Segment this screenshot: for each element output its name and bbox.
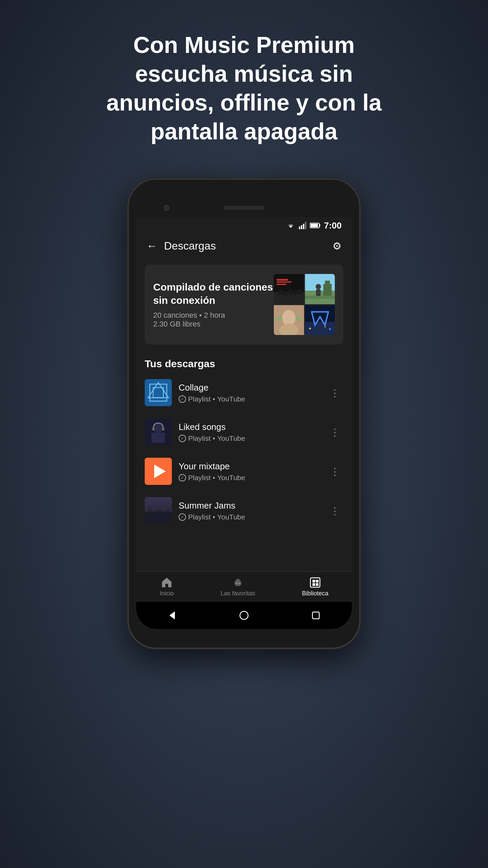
mixtape-more-button[interactable]: ⋮ [326, 462, 343, 481]
playlist-item-liked-songs[interactable]: Liked songs ✓ Playlist • YouTube ⋮ [136, 412, 352, 452]
svg-rect-16 [277, 284, 287, 285]
library-icon [309, 576, 321, 589]
compilado-title: Compilado de canciones sin conexión [153, 280, 274, 307]
svg-rect-14 [277, 279, 288, 281]
collage-thumbnail [145, 379, 172, 406]
svg-marker-63 [169, 611, 175, 619]
svg-rect-59 [312, 580, 315, 583]
back-button[interactable]: ← [146, 240, 157, 252]
mixtape-check-icon: ✓ [179, 474, 186, 481]
liked-songs-thumbnail [145, 418, 172, 446]
album-art-2 [305, 274, 335, 304]
collage-name: Collage [179, 382, 326, 393]
home-icon [161, 576, 173, 589]
svg-rect-3 [305, 222, 306, 229]
settings-button[interactable]: ⚙ [332, 240, 342, 252]
svg-point-22 [316, 284, 321, 290]
mixtape-meta: ✓ Playlist • YouTube [179, 474, 326, 482]
svg-point-25 [282, 310, 296, 326]
svg-point-13 [297, 289, 303, 294]
liked-songs-more-button[interactable]: ⋮ [326, 423, 343, 441]
favorites-icon [232, 576, 244, 589]
playlist-item-your-mixtape[interactable]: Your mixtape ✓ Playlist • YouTube ⋮ [136, 452, 352, 491]
top-nav: ← Descargas ⚙ [136, 234, 352, 258]
svg-point-9 [278, 290, 283, 295]
page-title: Descargas [164, 240, 332, 252]
nav-item-home[interactable]: Inicio [160, 576, 174, 597]
nav-home-label: Inicio [160, 590, 174, 597]
album-art-4 [305, 305, 335, 335]
camera [163, 205, 169, 211]
phone-button-left-2 [126, 288, 129, 315]
compilado-duration: 2 hora [204, 311, 225, 319]
svg-rect-6 [310, 224, 318, 227]
svg-point-57 [239, 583, 240, 584]
mixtape-info: Your mixtape ✓ Playlist • YouTube [179, 461, 326, 482]
svg-rect-60 [316, 580, 319, 583]
svg-rect-62 [316, 583, 319, 586]
wifi-icon [286, 222, 296, 229]
phone-top-bar [136, 198, 352, 217]
svg-rect-20 [323, 284, 332, 296]
svg-rect-42 [152, 427, 155, 431]
mixtape-thumbnail [145, 458, 172, 485]
nav-library-label: Biblioteca [302, 590, 328, 597]
svg-rect-2 [303, 224, 304, 229]
android-back-button[interactable] [165, 609, 179, 622]
playlist-item-summer-jams[interactable]: Summer Jams ✓ Playlist • YouTube ⋮ [136, 491, 352, 530]
app-content: ← Descargas ⚙ Compilado de canciones sin… [136, 234, 352, 629]
album-art-3 [274, 305, 304, 335]
summer-jams-type: Playlist [188, 513, 211, 521]
summer-jams-source: YouTube [217, 513, 245, 521]
android-recents-button[interactable] [309, 609, 323, 622]
status-bar: 7:00 [136, 217, 352, 234]
svg-point-12 [293, 291, 298, 295]
svg-point-33 [324, 326, 326, 327]
android-home-button[interactable] [237, 609, 251, 622]
svg-rect-43 [162, 427, 164, 431]
compilado-separator-1: • [199, 311, 204, 319]
mixtape-source: YouTube [217, 474, 245, 482]
collage-separator: • [213, 395, 215, 403]
svg-point-64 [240, 611, 248, 619]
summer-jams-thumbnail [145, 497, 172, 524]
svg-rect-55 [145, 497, 172, 512]
collage-type: Playlist [188, 395, 211, 403]
compilado-info: Compilado de canciones sin conexión 20 c… [153, 280, 274, 329]
svg-point-10 [283, 291, 288, 296]
collage-info: Collage ✓ Playlist • YouTube [179, 382, 326, 403]
liked-songs-source: YouTube [217, 434, 245, 442]
liked-songs-type: Playlist [188, 434, 211, 442]
status-time: 7:00 [324, 220, 342, 231]
collage-more-button[interactable]: ⋮ [326, 383, 343, 402]
compilado-songs: 20 canciones [153, 311, 197, 319]
headline: Con Music Premium escucha música sin anu… [58, 0, 430, 170]
playlist-item-collage[interactable]: Collage ✓ Playlist • YouTube ⋮ [136, 373, 352, 412]
svg-rect-41 [151, 433, 165, 443]
nav-item-library[interactable]: Biblioteca [302, 576, 328, 597]
svg-point-56 [236, 583, 237, 584]
liked-songs-meta: ✓ Playlist • YouTube [179, 434, 326, 442]
svg-rect-0 [299, 226, 300, 229]
compilado-album-grid [274, 274, 335, 335]
liked-songs-info: Liked songs ✓ Playlist • YouTube [179, 422, 326, 442]
svg-point-11 [287, 289, 293, 295]
svg-rect-61 [312, 583, 315, 586]
svg-rect-65 [312, 612, 319, 619]
summer-jams-more-button[interactable]: ⋮ [326, 501, 343, 520]
collage-meta: ✓ Playlist • YouTube [179, 395, 326, 403]
summer-jams-info: Summer Jams ✓ Playlist • YouTube [179, 500, 326, 521]
summer-jams-name: Summer Jams [179, 500, 326, 511]
mixtape-name: Your mixtape [179, 461, 326, 472]
android-nav-bar [136, 602, 352, 629]
compilado-card[interactable]: Compilado de canciones sin conexión 20 c… [145, 264, 343, 344]
summer-jams-meta: ✓ Playlist • YouTube [179, 513, 326, 521]
nav-item-favorites[interactable]: Las favoritas [221, 576, 255, 597]
battery-icon [310, 222, 321, 229]
svg-rect-58 [310, 578, 320, 587]
summer-jams-separator: • [213, 513, 215, 521]
liked-songs-check-icon: ✓ [179, 435, 186, 442]
liked-songs-name: Liked songs [179, 422, 326, 432]
svg-rect-15 [277, 281, 291, 283]
album-art-1 [274, 274, 304, 304]
